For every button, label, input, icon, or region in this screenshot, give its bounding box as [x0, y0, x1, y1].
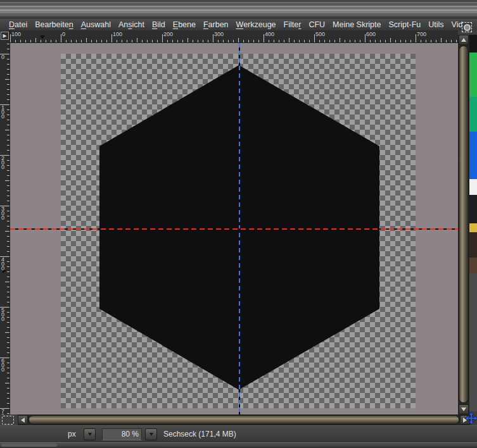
scroll-left-button[interactable] [18, 415, 28, 425]
ruler-tick [213, 34, 213, 42]
ruler-tick [7, 226, 10, 227]
background-window-sliver-block [469, 273, 477, 411]
ruler-tick [7, 109, 10, 110]
ruler-tick [375, 40, 376, 42]
arrow-down-icon [461, 408, 466, 411]
unit-dropdown-button[interactable] [84, 428, 96, 440]
ruler-tick [395, 40, 396, 42]
menu-item-ansicht[interactable]: Ansicht [115, 19, 148, 30]
zoom-dropdown-button[interactable] [145, 428, 157, 440]
background-window-sliver-block [469, 223, 477, 232]
menu-item-auswahl[interactable]: Auswahl [77, 19, 115, 30]
background-window-sliver-block [469, 97, 477, 132]
ruler-tick [46, 40, 46, 42]
background-window-sliver-block [469, 258, 477, 273]
scroll-up-button[interactable] [459, 35, 469, 45]
guide-horizontal[interactable] [10, 228, 458, 230]
ruler-tick [5, 383, 10, 383]
ruler-tick [7, 69, 10, 70]
ruler-tick [157, 40, 158, 42]
ruler-tick [172, 40, 173, 42]
vertical-scrollbar-thumb[interactable] [459, 46, 469, 403]
menu-item-meine-skripte[interactable]: Meine Skripte [329, 19, 385, 30]
canvas-transparency-checker [61, 54, 416, 408]
ruler-tick [101, 40, 102, 42]
ruler-tick [7, 94, 10, 95]
background-window-sliver [469, 35, 477, 411]
ruler-tick [41, 40, 41, 42]
ruler-tick [203, 40, 203, 42]
ruler-vertical[interactable]: 0100200300400500600700 [0, 43, 10, 414]
progress-area [1, 444, 57, 447]
ruler-tick [314, 34, 315, 42]
canvas-viewport[interactable] [10, 43, 458, 414]
ruler-tick [30, 40, 31, 42]
ruler-tick [7, 44, 10, 44]
ruler-tick [76, 40, 77, 42]
ruler-tick [122, 40, 122, 42]
ruler-tick [96, 40, 97, 42]
unit-value: px [68, 430, 76, 439]
ruler-tick [106, 40, 107, 42]
ruler-horizontal[interactable]: 1000100200300400500600700 [10, 30, 458, 43]
ruler-tick [7, 251, 10, 252]
ruler-tick [7, 135, 10, 135]
ruler-tick [7, 327, 10, 328]
ruler-tick [7, 64, 10, 65]
ruler-tick [5, 130, 10, 130]
horizontal-scrollbar-thumb[interactable] [29, 415, 459, 425]
ruler-tick [7, 140, 10, 140]
ruler-tick [25, 40, 26, 42]
ruler-tick [345, 40, 345, 42]
ruler-tick [177, 40, 178, 42]
ruler-tick [7, 322, 10, 323]
menu-item-cfu[interactable]: CFU [305, 19, 329, 30]
gear-icon [464, 24, 471, 31]
ruler-tick [152, 40, 153, 42]
menu-item-utils[interactable]: Utils [424, 19, 447, 30]
background-window-sliver-block [469, 53, 477, 97]
ruler-tick [7, 297, 10, 297]
quick-mask-toggle[interactable] [2, 416, 14, 425]
titlebar[interactable] [0, 0, 477, 18]
ruler-tick [35, 38, 36, 42]
horizontal-scrollbar[interactable] [18, 414, 470, 425]
zoom-follow-window-toggle[interactable] [462, 22, 472, 32]
menu-item-farben[interactable]: Farben [200, 19, 232, 30]
menu-item-bearbeiten[interactable]: Bearbeiten [31, 19, 77, 30]
ruler-tick [51, 40, 51, 42]
menu-item-bild[interactable]: Bild [148, 19, 169, 30]
menu-item-script-fu[interactable]: Script-Fu [385, 19, 425, 30]
ruler-tick [7, 201, 10, 201]
zoom-level-field[interactable]: 80 % [102, 428, 142, 440]
ruler-tick [56, 40, 56, 42]
ruler-tick [329, 40, 330, 42]
navigation-preview-button[interactable] [465, 412, 477, 425]
ruler-tick [142, 40, 143, 42]
ruler-tick [7, 241, 10, 242]
ruler-label: 100 [113, 31, 122, 37]
ruler-tick [289, 38, 289, 42]
ruler-label: 0 [1, 55, 4, 59]
vertical-scrollbar[interactable] [458, 35, 469, 414]
ruler-tick [441, 38, 442, 42]
menu-item-werkzeuge[interactable]: Werkzeuge [232, 19, 280, 30]
arrow-up-icon [461, 38, 466, 42]
ruler-tick [269, 40, 269, 42]
ruler-tick [7, 368, 10, 368]
menu-item-filter[interactable]: Filter [280, 19, 305, 30]
ruler-label: 700 [417, 31, 426, 37]
ruler-tick [7, 49, 10, 49]
ruler-tick [7, 352, 10, 353]
ruler-tick [7, 302, 10, 302]
ruler-tick [7, 266, 10, 267]
status-message: Sechseck (171,4 MB) [163, 428, 236, 440]
ruler-tick [7, 120, 10, 120]
ruler-tick [233, 40, 234, 42]
ruler-tick [7, 388, 10, 389]
menu-item-datei[interactable]: Datei [5, 19, 31, 30]
ruler-corner-button[interactable]: ▶ [0, 30, 10, 43]
menu-item-ebene[interactable]: Ebene [169, 19, 200, 30]
ruler-label: 300 [214, 31, 224, 37]
ruler-tick [208, 40, 208, 42]
